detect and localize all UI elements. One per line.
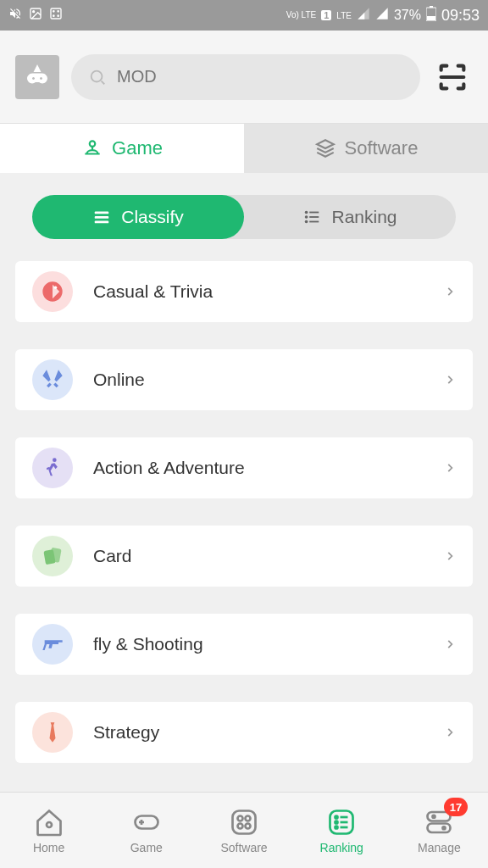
chevron-right-icon — [444, 635, 456, 654]
svg-point-17 — [305, 215, 308, 219]
scan-button[interactable] — [432, 57, 473, 97]
battery-label: 37% — [394, 8, 421, 23]
nav-icon — [34, 807, 64, 837]
tie-icon — [32, 712, 73, 753]
nav-label: Ranking — [320, 841, 363, 854]
chevron-right-icon — [444, 282, 456, 301]
search-box[interactable] — [71, 54, 420, 100]
chevron-right-icon — [444, 723, 456, 742]
svg-rect-27 — [233, 810, 256, 833]
svg-point-29 — [246, 815, 251, 821]
grid-icon — [49, 7, 63, 24]
svg-point-30 — [238, 823, 243, 828]
gamepad-icon — [81, 137, 103, 159]
category-item[interactable]: Online — [15, 349, 473, 410]
svg-point-39 — [443, 826, 446, 829]
nav-label: Game — [130, 841, 163, 854]
nav-game[interactable]: Game — [97, 793, 195, 868]
svg-point-25 — [47, 822, 52, 827]
nav-label: Manage — [418, 841, 461, 854]
svg-rect-8 — [430, 6, 433, 8]
swords-icon — [32, 359, 73, 400]
chevron-right-icon — [444, 370, 456, 389]
tab-label: Game — [112, 137, 163, 159]
nav-home[interactable]: Home — [0, 793, 97, 868]
svg-rect-2 — [51, 8, 61, 19]
nav-icon — [131, 807, 162, 837]
category-label: fly & Shooting — [93, 634, 424, 654]
svg-rect-24 — [49, 548, 61, 563]
svg-point-19 — [305, 220, 308, 224]
svg-point-10 — [92, 70, 103, 81]
app-logo[interactable] — [15, 55, 59, 99]
svg-point-35 — [336, 826, 338, 828]
svg-rect-9 — [427, 16, 435, 20]
svg-point-11 — [90, 141, 96, 147]
tab-label: Software — [345, 137, 419, 159]
category-label: Online — [93, 370, 424, 390]
category-label: Strategy — [93, 722, 424, 743]
svg-point-28 — [238, 815, 243, 821]
sim-icon: 1 — [321, 10, 331, 20]
top-tabs: Game Software — [0, 124, 488, 173]
subtab-classify[interactable]: Classify — [32, 195, 244, 239]
badge: 17 — [444, 798, 468, 816]
subtab-ranking[interactable]: Ranking — [222, 195, 456, 239]
category-item[interactable]: Casual & Trivia — [15, 261, 473, 322]
mute-icon — [8, 7, 22, 24]
subtab-label: Classify — [121, 207, 184, 227]
lte-label: LTE — [336, 11, 352, 20]
ranking-icon — [302, 208, 321, 226]
svg-rect-18 — [310, 216, 319, 218]
classify-icon — [92, 208, 111, 226]
pacman-icon — [32, 271, 73, 312]
subtab-label: Ranking — [331, 207, 396, 227]
sub-tabs: Classify Ranking — [0, 173, 488, 261]
svg-point-5 — [53, 15, 54, 16]
chevron-right-icon — [444, 547, 456, 565]
category-label: Casual & Trivia — [93, 281, 424, 302]
image-icon — [29, 7, 42, 24]
app-header — [0, 31, 488, 124]
status-bar: Vo) LTE 1 LTE 37% 09:53 — [0, 0, 488, 31]
svg-point-15 — [305, 211, 308, 214]
category-item[interactable]: fly & Shooting — [15, 614, 473, 675]
svg-point-21 — [54, 287, 58, 290]
time-label: 09:53 — [441, 7, 480, 25]
nav-icon — [229, 807, 259, 837]
tab-game[interactable]: Game — [0, 124, 244, 173]
svg-rect-37 — [428, 823, 451, 832]
bottom-nav: HomeGameSoftwareRankingManage17 — [0, 792, 488, 868]
svg-point-31 — [246, 823, 251, 828]
nav-manage[interactable]: Manage17 — [391, 793, 488, 868]
svg-point-4 — [58, 11, 58, 12]
category-label: Card — [93, 546, 424, 566]
svg-point-3 — [53, 11, 54, 12]
battery-icon — [426, 6, 436, 25]
svg-point-33 — [336, 815, 338, 818]
svg-rect-12 — [95, 212, 109, 214]
nav-label: Home — [33, 841, 64, 854]
svg-point-34 — [336, 821, 338, 823]
svg-rect-16 — [310, 212, 319, 214]
search-icon — [88, 68, 107, 86]
signal-icon — [357, 7, 370, 24]
svg-rect-13 — [95, 216, 109, 219]
nav-ranking[interactable]: Ranking — [293, 793, 391, 868]
svg-point-38 — [433, 815, 435, 817]
search-input[interactable] — [117, 67, 403, 86]
nav-icon — [326, 807, 357, 837]
svg-rect-26 — [135, 815, 158, 828]
cards-icon — [32, 536, 73, 576]
svg-point-22 — [53, 458, 57, 462]
svg-rect-14 — [95, 221, 109, 224]
svg-point-1 — [33, 11, 35, 13]
signal2-icon — [375, 7, 389, 24]
category-item[interactable]: Strategy — [15, 702, 473, 763]
category-list: Casual & Trivia Online Action & Adventur… — [0, 261, 488, 763]
category-item[interactable]: Card — [15, 526, 473, 587]
tab-software[interactable]: Software — [244, 124, 488, 173]
svg-rect-20 — [310, 221, 319, 223]
nav-software[interactable]: Software — [195, 793, 292, 868]
category-item[interactable]: Action & Adventure — [15, 437, 473, 498]
